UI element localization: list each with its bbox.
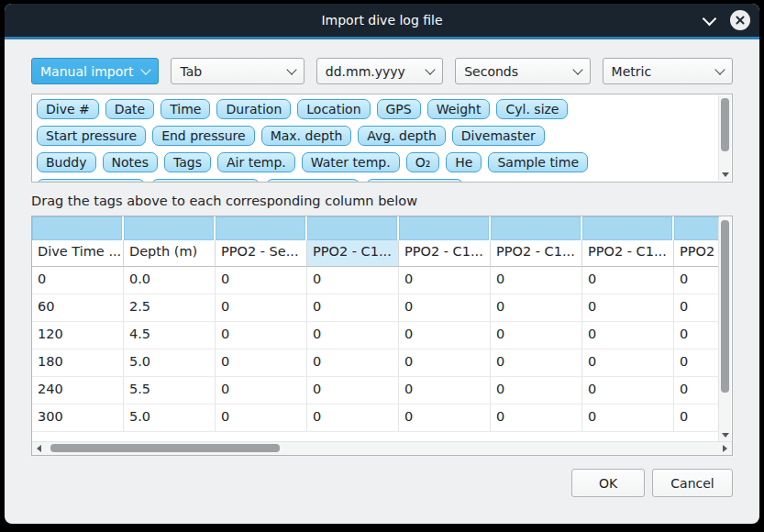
- drop-target-1[interactable]: [124, 216, 214, 240]
- tag-sample-depth[interactable]: Sample depth: [37, 179, 145, 183]
- table-cell: 0: [674, 322, 719, 349]
- tag-dive[interactable]: Dive #: [37, 99, 99, 119]
- column-header-2: PPO2 - Se...: [216, 240, 307, 267]
- tag-avg-depth[interactable]: Avg. depth: [358, 126, 446, 146]
- tagpool-vertical-scrollbar[interactable]: [718, 95, 731, 181]
- table-cell: 0: [674, 405, 719, 432]
- table-cell: 0: [582, 322, 674, 349]
- tag-weight[interactable]: Weight: [427, 99, 491, 119]
- close-icon[interactable]: [730, 10, 750, 30]
- tag-o[interactable]: O₂: [406, 152, 440, 172]
- table-cell: 0: [216, 294, 307, 322]
- table-row: 2405.5000000: [32, 377, 719, 405]
- drop-target-7[interactable]: [674, 216, 719, 240]
- table-cell: 120: [32, 322, 124, 349]
- shade-button[interactable]: [699, 10, 719, 30]
- table-cell: 2.5: [124, 294, 216, 322]
- combo-value: Tab: [180, 64, 202, 79]
- table-cell: 0: [399, 405, 491, 432]
- tag-cyl-size[interactable]: Cyl. size: [496, 99, 568, 119]
- tag-location[interactable]: Location: [297, 99, 370, 119]
- combo-value: Metric: [612, 64, 652, 79]
- table-cell: 300: [32, 405, 124, 432]
- drop-target-0[interactable]: [32, 216, 122, 240]
- combo-date-format[interactable]: dd.mm.yyyy: [316, 58, 443, 84]
- scroll-down-icon[interactable]: [722, 433, 729, 438]
- table-horizontal-scrollbar[interactable]: [32, 441, 732, 455]
- column-header-0: Dive Time ...: [32, 240, 124, 267]
- tag-row: BuddyNotesTagsAir temp.Water temp.O₂HeSa…: [37, 152, 714, 172]
- tag-gps[interactable]: GPS: [377, 99, 421, 119]
- column-header-6: PPO2 - C1...: [582, 240, 674, 267]
- tag-date[interactable]: Date: [105, 99, 154, 119]
- table-cell: 60: [32, 294, 124, 322]
- titlebar[interactable]: Import dive log file: [5, 4, 759, 37]
- drop-target-3[interactable]: [307, 216, 397, 240]
- tag-pool: Dive #DateTimeDurationLocationGPSWeightC…: [32, 94, 732, 183]
- combo-duration-format[interactable]: Seconds: [455, 58, 590, 84]
- scroll-left-icon[interactable]: [37, 445, 41, 452]
- scrollbar-thumb[interactable]: [721, 98, 729, 151]
- table-cell: 0: [674, 349, 719, 377]
- combo-import-mode[interactable]: Manual import: [31, 58, 159, 84]
- tag-notes[interactable]: Notes: [103, 152, 158, 172]
- drop-target-4[interactable]: [399, 216, 489, 240]
- tag-buddy[interactable]: Buddy: [37, 152, 96, 172]
- chevron-down-icon: [426, 64, 436, 74]
- ok-button[interactable]: OK: [571, 469, 645, 497]
- toolbar: Manual importTabdd.mm.yyyySecondsMetric: [31, 58, 733, 84]
- column-header-5: PPO2 - C1...: [491, 240, 582, 267]
- combo-value: Manual import: [40, 64, 134, 79]
- table-cell: 0: [582, 349, 674, 377]
- tag-sample-time[interactable]: Sample time: [488, 152, 588, 172]
- column-header-1: Depth (m): [124, 240, 216, 267]
- tag-sample-cns[interactable]: Sample CNS: [366, 179, 463, 183]
- table-cell: 0: [399, 322, 491, 349]
- scrollbar-thumb[interactable]: [721, 220, 729, 393]
- cancel-button[interactable]: Cancel: [652, 469, 733, 497]
- table-cell: 240: [32, 377, 124, 405]
- table-row: 1204.5000000: [32, 322, 719, 349]
- tag-divemaster[interactable]: Divemaster: [452, 126, 545, 146]
- table-cell: 0: [307, 322, 399, 349]
- dialog-content: Manual importTabdd.mm.yyyySecondsMetric …: [5, 39, 759, 524]
- drop-target-5[interactable]: [491, 216, 581, 240]
- tag-sample-po[interactable]: Sample pO₂: [266, 179, 360, 183]
- tag-pool-box: Dive #DateTimeDurationLocationGPSWeightC…: [31, 94, 733, 183]
- chevron-down-icon: [702, 12, 716, 27]
- table-row: 1805.0000000: [32, 349, 719, 377]
- table-cell: 0: [674, 377, 719, 405]
- table-cell: 0: [582, 267, 674, 294]
- scroll-down-icon[interactable]: [722, 172, 729, 177]
- table-cell: 0: [674, 294, 719, 322]
- combo-value: Seconds: [464, 64, 518, 79]
- tag-row: Start pressureEnd pressureMax. depthAvg.…: [37, 126, 714, 146]
- table-vertical-scrollbar[interactable]: [718, 217, 731, 441]
- chevron-down-icon: [572, 64, 582, 74]
- scroll-right-icon[interactable]: [723, 445, 727, 452]
- column-header-3: PPO2 - C1...: [307, 240, 399, 267]
- combo-value: dd.mm.yyyy: [326, 64, 405, 79]
- table-row: 602.5000000: [32, 294, 719, 322]
- tag-air-temp[interactable]: Air temp.: [217, 152, 295, 172]
- tag-end-pressure[interactable]: End pressure: [152, 126, 255, 146]
- combo-units[interactable]: Metric: [603, 58, 733, 84]
- table-cell: 0: [32, 267, 124, 294]
- table-cell: 180: [32, 349, 124, 377]
- dialog-buttons: OK Cancel: [31, 469, 733, 497]
- tag-sample-temp[interactable]: Sample temp.: [151, 179, 260, 183]
- scrollbar-thumb[interactable]: [50, 444, 280, 452]
- instruction-text: Drag the tags above to each correspondin…: [31, 194, 733, 212]
- tag-tags[interactable]: Tags: [164, 152, 211, 172]
- tag-he[interactable]: He: [446, 152, 482, 172]
- chevron-down-icon: [141, 64, 151, 74]
- table-clip: Dive Time ...Depth (m)PPO2 - Se...PPO2 -…: [32, 216, 719, 441]
- tag-start-pressure[interactable]: Start pressure: [37, 126, 146, 146]
- drop-target-6[interactable]: [582, 216, 672, 240]
- tag-time[interactable]: Time: [161, 99, 210, 119]
- tag-water-temp[interactable]: Water temp.: [302, 152, 400, 172]
- combo-field-separator[interactable]: Tab: [171, 58, 304, 84]
- drop-target-2[interactable]: [216, 216, 305, 240]
- tag-duration[interactable]: Duration: [216, 99, 291, 119]
- tag-max-depth[interactable]: Max. depth: [261, 126, 352, 146]
